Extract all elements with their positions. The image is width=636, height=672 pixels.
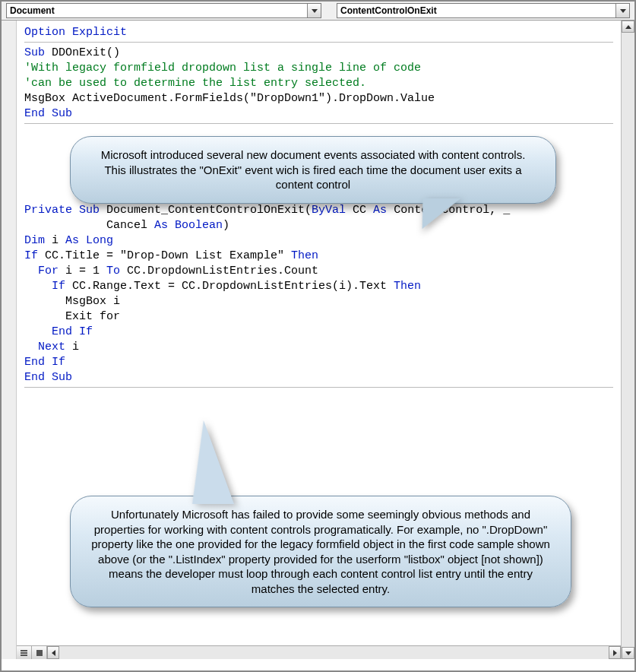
margin-indicator — [2, 21, 17, 659]
scroll-right-button[interactable] — [609, 646, 621, 659]
callout-limitations: Unfortunately Microsoft has failed to pr… — [70, 496, 571, 607]
code-text[interactable]: Option Explicit Sub DDOnExit() 'With leg… — [17, 21, 621, 395]
callout-onexit-text: Microsoft introduced several new documen… — [101, 148, 526, 191]
procedure-view-icon[interactable] — [17, 646, 32, 659]
object-dropdown[interactable]: Document — [6, 3, 321, 18]
scroll-left-button[interactable] — [47, 646, 59, 659]
full-module-view-icon[interactable] — [32, 646, 47, 659]
editor: Option Explicit Sub DDOnExit() 'With leg… — [2, 21, 634, 659]
procedure-dropdown-label: ContentControlOnExit — [337, 5, 615, 16]
chevron-down-icon[interactable] — [615, 4, 629, 17]
object-dropdown-label: Document — [7, 5, 307, 16]
scroll-down-button[interactable] — [622, 647, 634, 659]
toolbar: Document ContentControlOnExit — [2, 2, 634, 21]
code-pane[interactable]: Option Explicit Sub DDOnExit() 'With leg… — [17, 21, 621, 659]
callout-limitations-text: Unfortunately Microsoft has failed to pr… — [91, 508, 550, 595]
callout-onexit: Microsoft introduced several new documen… — [70, 136, 556, 204]
chevron-down-icon[interactable] — [307, 4, 321, 17]
vertical-scrollbar[interactable] — [621, 21, 634, 659]
procedure-dropdown[interactable]: ContentControlOnExit — [337, 3, 630, 18]
bottom-bar — [17, 645, 621, 659]
scroll-up-button[interactable] — [622, 21, 634, 33]
horizontal-scrollbar[interactable] — [47, 646, 621, 659]
